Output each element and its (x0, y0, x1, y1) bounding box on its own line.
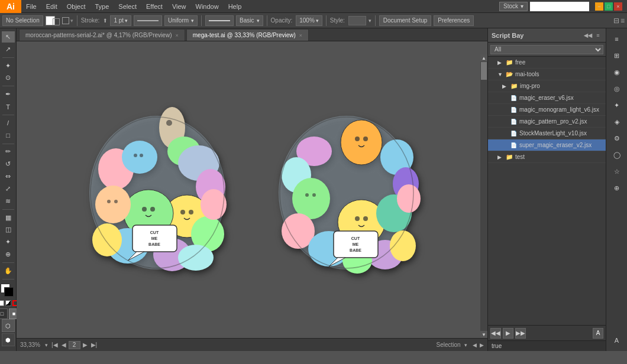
tool-extra1[interactable]: ⬡ (2, 319, 15, 332)
status-collapse[interactable]: ▶ (480, 342, 484, 348)
tool-lasso[interactable]: ⊙ (2, 72, 15, 83)
tree-item-free[interactable]: ▶ 📁 free (488, 57, 606, 69)
nav-last[interactable]: ▶| (90, 342, 99, 348)
view-normal[interactable]: □ (0, 308, 8, 319)
tool-text[interactable]: T (2, 101, 15, 112)
tree-item-super-magic[interactable]: 📄 super_magic_eraser_v2.jsx (488, 139, 606, 151)
footer-text-icon[interactable]: A (593, 328, 603, 339)
tree-item-magic-eraser[interactable]: 📄 magic_eraser_v6.jsx (488, 92, 606, 104)
search-input[interactable] (530, 2, 589, 11)
stock-button[interactable]: Stock ▾ (499, 2, 528, 11)
nav-prev[interactable]: ◀ (60, 342, 67, 348)
script-bay-prev[interactable]: ◀◀ (584, 31, 592, 40)
tab-moroccan-close[interactable]: × (175, 32, 178, 38)
stroke-basic-selector[interactable] (205, 15, 234, 26)
uniform-dropdown[interactable]: Uniform ▾ (164, 15, 198, 26)
menu-window[interactable]: Window (191, 0, 224, 13)
tree-item-magic-pattern[interactable]: 📄 magic_pattern_pro_v2.jsx (488, 116, 606, 128)
tree-item-img-pro[interactable]: ▶ 📁 img-pro (488, 80, 606, 92)
minimize-button[interactable]: − (595, 2, 603, 11)
footer-next-next[interactable]: ▶▶ (515, 328, 526, 339)
menu-help[interactable]: Help (224, 0, 247, 13)
stroke-swatch[interactable] (4, 287, 14, 297)
tool-sep3 (2, 115, 14, 115)
script-bay-toolbar: All (488, 43, 606, 57)
rp-btn1[interactable]: ≡ (610, 32, 624, 46)
tool-zoom[interactable]: ⊕ (2, 249, 15, 260)
tool-scale[interactable]: ⤢ (2, 183, 15, 194)
rp-btn4[interactable]: ◎ (610, 82, 624, 96)
menu-file[interactable]: File (21, 0, 41, 13)
script-bay-filter[interactable]: All (490, 45, 603, 54)
tool-pen[interactable]: ✒ (2, 89, 15, 100)
stroke-dash-selector[interactable] (134, 15, 162, 26)
tool-gradient[interactable]: ◫ (2, 225, 15, 236)
menu-select[interactable]: Select (114, 0, 141, 13)
status-arrow[interactable]: ▾ (464, 342, 467, 348)
scroll-up-arrow[interactable]: ▲ (480, 54, 487, 61)
rp-btn10[interactable]: ⊕ (610, 181, 624, 195)
tool-rotate[interactable]: ↺ (2, 158, 15, 170)
tree-item-magic-monogram[interactable]: 📄 magic_monogram_light_v6.jsx (488, 104, 606, 116)
tool-selection[interactable]: ↖ (2, 31, 15, 43)
menu-type[interactable]: Type (91, 0, 114, 13)
tool-direct-select[interactable]: ↗ (2, 44, 15, 55)
tool-brush[interactable]: ✏ (2, 146, 15, 157)
menu-effect[interactable]: Effect (141, 0, 167, 13)
script-bay-menu[interactable]: ≡ (594, 31, 602, 40)
tab-mega-close[interactable]: × (299, 32, 302, 38)
tool-magic-wand[interactable]: ✦ (2, 60, 15, 72)
tool-graph[interactable]: ▦ (2, 212, 15, 223)
close-button[interactable]: × (614, 2, 622, 11)
tool-hand[interactable]: ✋ (2, 265, 15, 277)
opacity-value[interactable]: 100% ▾ (296, 15, 322, 26)
tree-item-stockmaster[interactable]: 📄 StockMasterLight_v10.jsx (488, 128, 606, 139)
tab-mega[interactable]: mega-test.ai @ 33,33% (RGB/Preview) × (186, 29, 309, 41)
status-expand[interactable]: ◀ (473, 342, 477, 348)
rp-btn8[interactable]: ◯ (610, 148, 624, 162)
zoom-dropdown-arrow[interactable]: ▾ (45, 342, 48, 348)
tool-line[interactable]: / (2, 118, 15, 129)
maximize-button[interactable]: □ (605, 2, 613, 11)
tool-eyedropper[interactable]: ✦ (2, 236, 15, 248)
basic-dropdown[interactable]: Basic ▾ (236, 15, 263, 26)
tree-item-test[interactable]: ▶ 📁 test (488, 151, 606, 163)
nav-next[interactable]: ▶ (82, 342, 89, 348)
rp-btn2[interactable]: ⊞ (610, 48, 624, 63)
page-input[interactable] (69, 341, 80, 349)
rp-btn7[interactable]: ⚙ (610, 131, 624, 145)
rp-btn6[interactable]: ◈ (610, 115, 624, 129)
svg-text:ME: ME (151, 236, 158, 240)
rp-btn5[interactable]: ✦ (610, 98, 624, 112)
fill-mode-none[interactable] (5, 300, 11, 306)
tool-warp[interactable]: ≋ (2, 196, 15, 207)
style-preview[interactable] (348, 16, 366, 25)
menu-view[interactable]: View (167, 0, 191, 13)
panel-toggle-icon[interactable]: ≡ (620, 17, 625, 25)
page-nav: |◀ ◀ ▶ ▶| (50, 341, 98, 349)
svg-point-47 (397, 184, 421, 213)
rp-btn3[interactable]: ◉ (610, 65, 624, 79)
scroll-thumb[interactable] (481, 62, 487, 80)
scroll-down-arrow[interactable]: ▼ (480, 331, 487, 338)
tool-mirror[interactable]: ⇔ (2, 171, 15, 182)
tab-moroccan[interactable]: moroccan-patterns-serial-2.ai* @ 4,17% (… (19, 29, 185, 41)
preferences-button[interactable]: Preferences (434, 15, 474, 26)
tree-item-mai-tools[interactable]: ▼ 📂 mai-tools (488, 69, 606, 80)
style-arrow[interactable]: ▾ (369, 18, 371, 24)
arrange-icon[interactable]: ⊟ (613, 17, 619, 25)
tool-rect[interactable]: □ (2, 130, 15, 141)
nav-first[interactable]: |◀ (50, 342, 59, 348)
canvas-content: CUT ME BABE (17, 41, 487, 338)
fill-mode-normal[interactable] (0, 300, 4, 306)
menu-edit[interactable]: Edit (41, 0, 62, 13)
tool-extra2[interactable]: ⬢ (2, 333, 15, 346)
footer-play[interactable]: ▶ (503, 328, 513, 339)
stroke-value[interactable]: 1 pt ▾ (110, 15, 131, 26)
menu-object[interactable]: Object (62, 0, 91, 13)
rp-btn9[interactable]: ☆ (610, 164, 624, 178)
toolbar-stroke-swatch[interactable] (53, 18, 60, 25)
doc-setup-button[interactable]: Document Setup (379, 15, 432, 26)
footer-prev-prev[interactable]: ◀◀ (490, 328, 501, 339)
rp-bottom-btn[interactable]: A (610, 333, 624, 347)
